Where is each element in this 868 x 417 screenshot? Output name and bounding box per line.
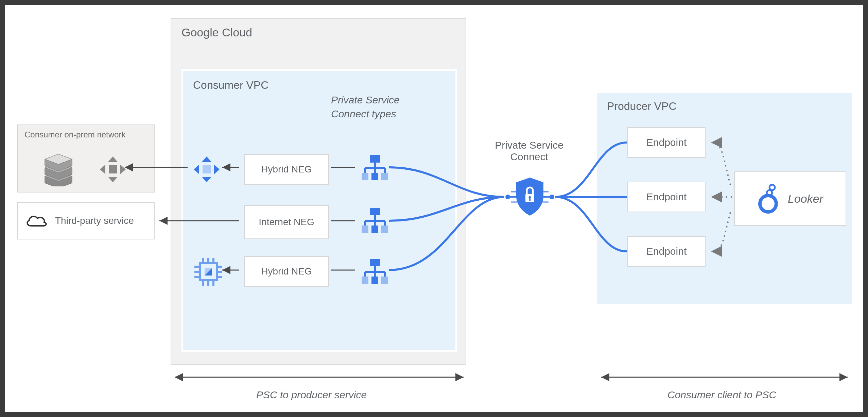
third-party-service-box: Third-party service: [17, 202, 155, 239]
load-balancer-icon-3: [360, 256, 390, 287]
svg-point-52: [505, 195, 510, 199]
psc-shield-icon: [504, 171, 555, 222]
endpoint-box-1: Endpoint: [627, 127, 706, 158]
onprem-network-box: Consumer on-prem network: [17, 124, 155, 193]
svg-marker-3: [100, 165, 105, 174]
svg-rect-34: [370, 208, 380, 215]
svg-point-65: [760, 196, 776, 212]
chip-icon: [193, 256, 224, 287]
svg-rect-5: [203, 165, 211, 173]
svg-rect-25: [370, 155, 380, 163]
svg-point-63: [769, 185, 775, 190]
looker-box: Looker: [734, 171, 846, 226]
svg-rect-31: [362, 173, 368, 180]
hybrid-neg-box-2: Hybrid NEG: [244, 256, 329, 287]
onprem-title: Consumer on-prem network: [24, 130, 125, 139]
third-party-label: Third-party service: [55, 215, 134, 227]
svg-marker-4: [120, 165, 126, 174]
network-arrows-blue-icon: [193, 156, 220, 183]
looker-icon: [757, 183, 781, 214]
internet-neg-box: Internet NEG: [244, 205, 329, 239]
svg-marker-9: [214, 165, 220, 174]
svg-rect-49: [362, 277, 368, 284]
psc-label: Private Service Connect: [482, 139, 577, 163]
looker-label: Looker: [788, 192, 823, 205]
svg-rect-62: [529, 198, 531, 201]
bottom-label-right: Consumer client to PSC: [667, 389, 776, 401]
network-arrows-grey-icon: [99, 156, 126, 183]
svg-marker-2: [108, 177, 118, 182]
svg-rect-40: [362, 226, 368, 233]
svg-rect-50: [371, 277, 378, 284]
svg-rect-43: [370, 259, 380, 266]
svg-marker-7: [202, 177, 211, 182]
google-cloud-title: Google Cloud: [181, 26, 252, 39]
svg-point-53: [550, 195, 554, 199]
svg-rect-41: [371, 226, 378, 233]
psc-types-label: Private Service Connect types: [331, 93, 433, 121]
svg-rect-51: [381, 277, 388, 284]
svg-rect-32: [371, 173, 378, 180]
endpoint-box-3: Endpoint: [627, 236, 706, 267]
google-cloud-box: Google Cloud Consumer VPC: [171, 18, 466, 365]
diagram-frame: Consumer on-prem network: [0, 0, 868, 417]
hybrid-neg-box-1: Hybrid NEG: [244, 154, 329, 185]
producer-vpc-title: Producer VPC: [607, 100, 677, 113]
load-balancer-icon-1: [360, 152, 390, 183]
svg-marker-6: [202, 156, 211, 162]
server-icon: [41, 149, 75, 186]
svg-marker-1: [108, 156, 118, 162]
bottom-label-left: PSC to producer service: [256, 389, 367, 401]
load-balancer-icon-2: [360, 205, 390, 236]
cloud-icon: [24, 212, 48, 229]
svg-marker-8: [194, 165, 199, 174]
endpoint-box-2: Endpoint: [627, 182, 706, 212]
svg-rect-0: [109, 165, 117, 173]
svg-rect-42: [381, 226, 388, 233]
consumer-vpc-title: Consumer VPC: [193, 79, 268, 91]
svg-rect-33: [381, 173, 388, 180]
